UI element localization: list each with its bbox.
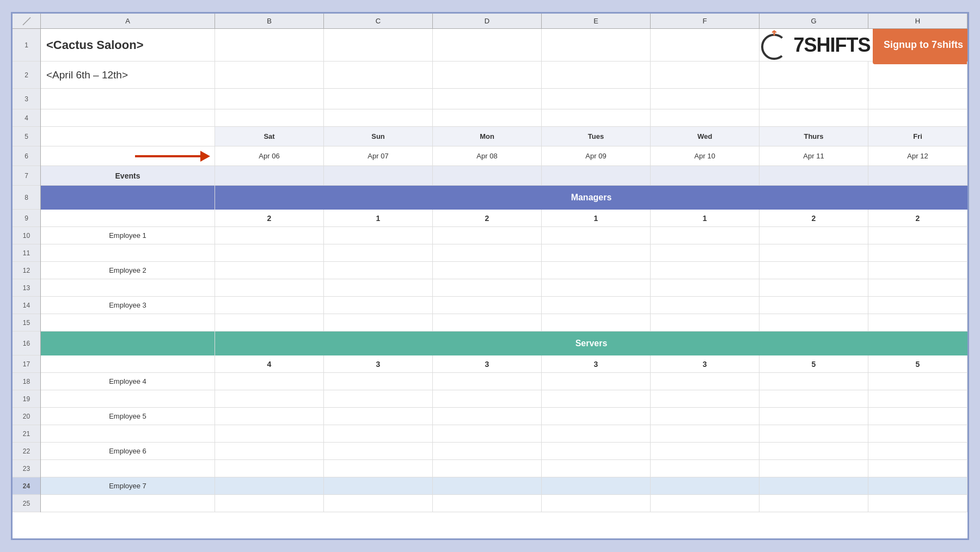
row-num-7: 7 [13,166,40,186]
row-3 [41,89,967,109]
row-18-emp4: Employee 4 [41,373,967,390]
row21-d [433,425,542,442]
row-num-19: 19 [13,390,40,408]
row-21 [41,425,967,443]
row4-g [759,109,868,126]
row-num-11: 11 [13,244,40,262]
row15-g [759,314,868,331]
column-header-row: A B C D E F G H [13,14,967,29]
row11-b [215,244,324,261]
row15-h [868,314,967,331]
row19-e [542,390,651,407]
emp6-fri [868,443,967,459]
row15-b [215,314,324,331]
row4-d [433,109,542,126]
row5-a [41,127,215,146]
row21-f [651,425,759,442]
emp4-sun [324,373,433,390]
row-num-3: 3 [13,89,40,109]
signup-btn-cell[interactable]: Signup to 7shifts [868,29,967,61]
day-name-sun: Sun [324,127,433,146]
svg-line-4 [774,31,776,32]
row2-e [542,62,651,88]
row-24-emp7: Employee 7 [41,477,967,495]
day-name-tues: Tues [542,127,651,146]
servers-banner-a [41,332,215,355]
row23-d [433,460,542,477]
row-num-24: 24 [13,477,40,495]
emp7-fri [868,477,967,494]
row13-f [651,279,759,296]
emp6-wed [651,443,759,459]
row-num-17: 17 [13,355,40,373]
row21-b [215,425,324,442]
row19-c [324,390,433,407]
row-num-12: 12 [13,262,40,279]
logo-area: 7SHIFTS [757,29,870,62]
signup-button[interactable]: Signup to 7shifts [873,29,967,64]
row11-f [651,244,759,261]
emp1-fri [868,227,967,244]
row25-d [433,495,542,512]
row3-a [41,89,215,109]
srv-count-thurs: 5 [759,355,868,372]
row4-f [651,109,759,126]
row-num-25: 25 [13,495,40,512]
row15-d [433,314,542,331]
row1-e [542,29,651,61]
emp7-name: Employee 7 [41,477,215,494]
srv-count-sat: 4 [215,355,324,372]
srv-count-mon: 3 [433,355,542,372]
row19-f [651,390,759,407]
day-date-wed: Apr 10 [651,146,759,165]
row25-f [651,495,759,512]
row-2: <April 6th – 12th> [41,62,967,89]
mgr-count-wed: 1 [651,210,759,226]
logo-svg [757,29,791,62]
row13-g [759,279,868,296]
emp4-mon [433,373,542,390]
emp7-wed [651,477,759,494]
row4-b [215,109,324,126]
row4-h [868,109,967,126]
emp3-thurs [759,297,868,314]
row-6-day-dates: Apr 06 Apr 07 Apr 08 Apr 09 Apr 10 Apr 1… [41,146,967,166]
mgr-count-sat: 2 [215,210,324,226]
row2-c [324,62,433,88]
row3-b [215,89,324,109]
row23-e [542,460,651,477]
event-thurs [759,166,868,185]
emp3-wed [651,297,759,314]
row-7-events: Events [41,166,967,186]
row25-e [542,495,651,512]
row-num-2: 2 [13,62,40,89]
row13-e [542,279,651,296]
row-num-1: 1 [13,29,40,62]
col-header-e: E [542,14,651,28]
emp2-mon [433,262,542,279]
row11-g [759,244,868,261]
event-sat [215,166,324,185]
day-date-tues: Apr 09 [542,146,651,165]
emp2-sun [324,262,433,279]
emp4-name: Employee 4 [41,373,215,390]
emp7-mon [433,477,542,494]
row3-d [433,89,542,109]
emp1-mon [433,227,542,244]
mgr-count-tues: 1 [542,210,651,226]
emp1-thurs [759,227,868,244]
emp5-fri [868,408,967,425]
row-num-23: 23 [13,460,40,477]
emp2-tues [542,262,651,279]
row-11 [41,244,967,262]
row2-f [651,62,759,88]
srv-count-sun: 3 [324,355,433,372]
row-5-day-names: Sat Sun Mon Tues Wed Thurs Fri [41,127,967,146]
srv-count-tues: 3 [542,355,651,372]
row3-f [651,89,759,109]
row-14-emp3: Employee 3 [41,297,967,314]
arrow-cell [41,146,215,165]
row-num-6: 6 [13,146,40,166]
row-num-18: 18 [13,373,40,390]
row-9-manager-counts: 2 1 2 1 1 2 2 [41,210,967,227]
